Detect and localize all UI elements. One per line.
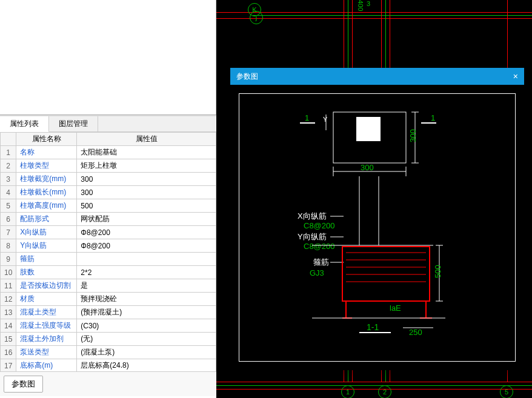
prop-name-cell: 材质 xyxy=(16,293,77,306)
prop-value-cell[interactable]: 300 xyxy=(77,173,216,186)
svg-text:X向纵筋: X向纵筋 xyxy=(298,211,327,221)
prop-name-cell: 混凝土类型 xyxy=(16,306,77,319)
popup-body: 1 1 Y 300 300 X向纵筋 xyxy=(230,85,524,370)
property-table: 属性名称 属性值 1名称太阳能基础2柱墩类型矩形上柱墩3柱墩截宽(mm)3004… xyxy=(0,132,216,371)
svg-text:GJ3: GJ3 xyxy=(310,268,324,277)
grid-bubble-j: j xyxy=(250,11,263,24)
table-row[interactable]: 10肢数2*2 xyxy=(1,266,216,279)
prop-name-cell: 底标高(m) xyxy=(16,359,77,372)
table-row[interactable]: 5柱墩高度(mm)500 xyxy=(1,199,216,213)
table-row[interactable]: 15混凝土外加剂(无) xyxy=(1,333,216,346)
table-row[interactable]: 12材质预拌现浇砼 xyxy=(1,293,216,306)
col-num xyxy=(1,133,16,146)
tab-bar: 属性列表 图层管理 xyxy=(0,116,216,132)
prop-value-cell[interactable]: Φ8@200 xyxy=(77,239,216,253)
dim-3: 3 xyxy=(367,0,370,7)
close-icon[interactable]: × xyxy=(513,71,518,81)
row-number: 16 xyxy=(1,346,16,359)
grid-bubble-1: 1 xyxy=(341,385,354,398)
row-number: 3 xyxy=(1,173,16,186)
table-row[interactable]: 17底标高(m)层底标高(24.8) xyxy=(1,359,216,372)
table-row[interactable]: 8Y向纵筋Φ8@200 xyxy=(1,239,216,253)
table-row[interactable]: 13混凝土类型(预拌混凝土) xyxy=(1,306,216,319)
col-value: 属性值 xyxy=(77,133,216,146)
popup-titlebar[interactable]: 参数图 × xyxy=(230,68,524,85)
row-number: 9 xyxy=(1,253,16,266)
prop-value-cell[interactable]: Φ8@200 xyxy=(77,226,216,239)
svg-text:300: 300 xyxy=(361,163,374,172)
row-number: 17 xyxy=(1,359,16,372)
prop-name-cell: 柱墩类型 xyxy=(16,159,77,173)
prop-name-cell: 柱墩截长(mm) xyxy=(16,186,77,199)
prop-value-cell[interactable]: 2*2 xyxy=(77,266,216,279)
prop-value-cell[interactable]: 预拌现浇砼 xyxy=(77,293,216,306)
table-row[interactable]: 4柱墩截长(mm)300 xyxy=(1,186,216,199)
svg-text:1-1: 1-1 xyxy=(367,322,379,332)
tab-layers[interactable]: 图层管理 xyxy=(49,116,98,131)
row-number: 12 xyxy=(1,293,16,306)
table-row[interactable]: 6配筋形式网状配筋 xyxy=(1,213,216,226)
prop-name-cell: 箍筋 xyxy=(16,253,77,266)
prop-name-cell: 是否按板边切割 xyxy=(16,279,77,293)
prop-name-cell: 泵送类型 xyxy=(16,346,77,359)
svg-text:Y: Y xyxy=(323,116,328,123)
table-row[interactable]: 9箍筋 xyxy=(1,253,216,266)
dim-400: 400 xyxy=(357,0,364,11)
svg-text:C8@200: C8@200 xyxy=(304,221,335,230)
prop-value-cell[interactable]: 500 xyxy=(77,199,216,213)
svg-text:箍筋: 箍筋 xyxy=(313,257,329,267)
param-popup: 参数图 × 1 1 Y 300 xyxy=(230,68,524,370)
row-number: 11 xyxy=(1,279,16,293)
table-row[interactable]: 16泵送类型(混凝土泵) xyxy=(1,346,216,359)
grid-bubble-5: 5 xyxy=(500,385,513,398)
row-number: 10 xyxy=(1,266,16,279)
prop-value-cell[interactable]: 300 xyxy=(77,186,216,199)
prop-value-cell[interactable]: (混凝土泵) xyxy=(77,346,216,359)
svg-text:laE: laE xyxy=(390,303,401,313)
svg-text:Y向纵筋: Y向纵筋 xyxy=(298,232,327,241)
table-row[interactable]: 11是否按板边切割是 xyxy=(1,279,216,293)
prop-name-cell: 柱墩高度(mm) xyxy=(16,199,77,213)
left-panel: 属性列表 图层管理 属性名称 属性值 1名称太阳能基础2柱墩类型矩形上柱墩3柱墩… xyxy=(0,0,216,398)
row-number: 1 xyxy=(1,146,16,159)
diagram-svg: 1 1 Y 300 300 X向纵筋 xyxy=(239,94,515,361)
prop-name-cell: 混凝土外加剂 xyxy=(16,333,77,346)
table-row[interactable]: 7X向纵筋Φ8@200 xyxy=(1,226,216,239)
row-number: 2 xyxy=(1,159,16,173)
prop-name-cell: 混凝土强度等级 xyxy=(16,319,77,333)
prop-value-cell[interactable]: (无) xyxy=(77,333,216,346)
table-row[interactable]: 1名称太阳能基础 xyxy=(1,146,216,159)
svg-text:1: 1 xyxy=(305,113,309,122)
property-scroll[interactable]: 属性名称 属性值 1名称太阳能基础2柱墩类型矩形上柱墩3柱墩截宽(mm)3004… xyxy=(0,132,216,371)
col-name: 属性名称 xyxy=(16,133,77,146)
row-number: 7 xyxy=(1,226,16,239)
param-diagram-button[interactable]: 参数图 xyxy=(4,376,43,393)
tab-properties[interactable]: 属性列表 xyxy=(0,116,49,132)
svg-text:250: 250 xyxy=(409,328,422,337)
row-number: 8 xyxy=(1,239,16,253)
svg-rect-28 xyxy=(342,247,430,301)
prop-value-cell[interactable]: 网状配筋 xyxy=(77,213,216,226)
table-row[interactable]: 3柱墩截宽(mm)300 xyxy=(1,173,216,186)
svg-text:1: 1 xyxy=(431,113,435,122)
svg-text:C8@200: C8@200 xyxy=(304,242,335,251)
blank-area xyxy=(0,0,216,114)
prop-value-cell[interactable]: (预拌混凝土) xyxy=(77,306,216,319)
row-number: 15 xyxy=(1,333,16,346)
diagram-frame: 1 1 Y 300 300 X向纵筋 xyxy=(239,93,516,362)
popup-title-text: 参数图 xyxy=(236,71,258,82)
prop-value-cell[interactable]: 层底标高(24.8) xyxy=(77,359,216,372)
prop-value-cell[interactable] xyxy=(77,253,216,266)
prop-name-cell: X向纵筋 xyxy=(16,226,77,239)
prop-value-cell[interactable]: 矩形上柱墩 xyxy=(77,159,216,173)
row-number: 14 xyxy=(1,319,16,333)
table-row[interactable]: 2柱墩类型矩形上柱墩 xyxy=(1,159,216,173)
prop-value-cell[interactable]: 太阳能基础 xyxy=(77,146,216,159)
row-number: 4 xyxy=(1,186,16,199)
prop-name-cell: 柱墩截宽(mm) xyxy=(16,173,77,186)
table-row[interactable]: 14混凝土强度等级(C30) xyxy=(1,319,216,333)
button-row: 参数图 xyxy=(0,371,216,396)
prop-value-cell[interactable]: (C30) xyxy=(77,319,216,333)
prop-value-cell[interactable]: 是 xyxy=(77,279,216,293)
prop-name-cell: Y向纵筋 xyxy=(16,239,77,253)
